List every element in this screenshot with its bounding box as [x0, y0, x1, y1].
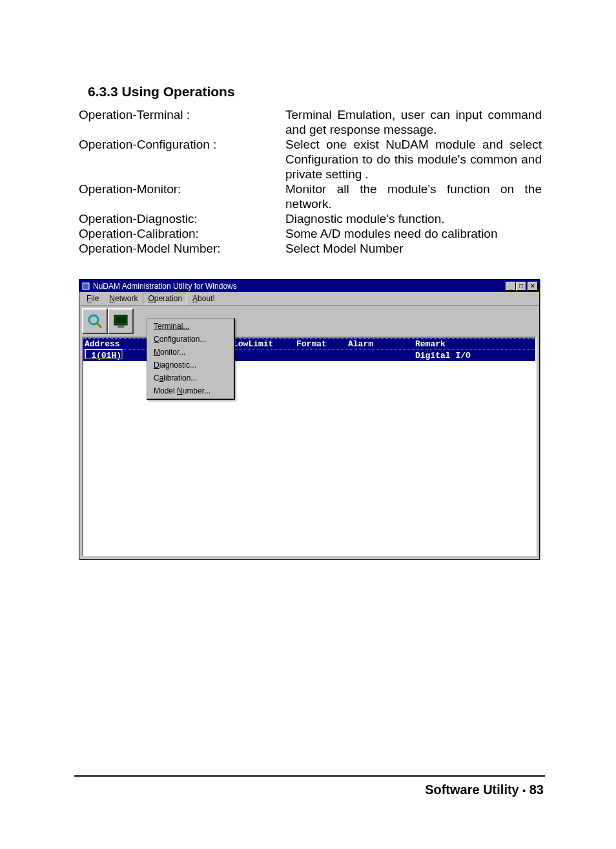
svg-rect-5	[118, 326, 124, 328]
menu-network[interactable]: Network	[104, 293, 143, 304]
operation-desc: Some A/D modules need do calibration	[285, 226, 542, 241]
app-icon	[81, 282, 90, 291]
app-window: NuDAM Administration Utility for Windows…	[79, 279, 540, 560]
footer-rule	[74, 775, 545, 777]
window-buttons: _ □ ×	[506, 282, 538, 291]
operation-row: Operation-Terminal : Terminal Emulation,…	[79, 107, 542, 137]
dropdown-item-terminal[interactable]: Terminal...	[149, 320, 232, 333]
operation-label: Operation-Configuration :	[79, 137, 285, 182]
minimize-button[interactable]: _	[506, 282, 516, 291]
dropdown-item-diagnostic[interactable]: Diagnostic...	[149, 359, 232, 372]
svg-line-2	[97, 323, 101, 328]
footer-page-number: 83	[529, 782, 544, 797]
operation-label: Operation-Model Number:	[79, 241, 285, 256]
operation-row: Operation-Diagnostic: Diagnostic module'…	[79, 211, 542, 226]
operation-desc: Select Model Number	[285, 241, 542, 256]
operation-label: Operation-Diagnostic:	[79, 211, 285, 226]
dropdown-item-model-number[interactable]: Model Number...	[149, 384, 232, 397]
col-alarm: Alarm	[348, 339, 415, 349]
svg-rect-4	[116, 317, 126, 323]
cell-remark: Digital I/O	[415, 351, 512, 361]
operation-desc: Terminal Emulation, user can input comma…	[285, 107, 542, 137]
section-heading: 6.3.3 Using Operations	[88, 84, 542, 100]
cell-address: 1(01H)	[83, 351, 123, 361]
svg-point-1	[89, 315, 98, 324]
operations-list: Operation-Terminal : Terminal Emulation,…	[79, 107, 542, 256]
col-format: Format	[296, 339, 348, 349]
col-lowlimit: LowLimit	[233, 339, 296, 349]
tool-button-terminal[interactable]	[108, 308, 134, 334]
operation-row: Operation-Monitor: Monitor all the modul…	[79, 182, 542, 211]
maximize-button[interactable]: □	[516, 282, 526, 291]
menu-operation[interactable]: Operation	[143, 293, 187, 304]
operation-desc: Monitor all the module's function on the…	[285, 182, 542, 211]
close-button[interactable]: ×	[528, 282, 538, 291]
menu-file[interactable]: File	[81, 293, 104, 304]
dropdown-item-calibration[interactable]: Calibration...	[149, 372, 232, 384]
operation-dropdown: Terminal... Configuration... Monitor... …	[147, 318, 235, 400]
operation-label: Operation-Calibration:	[79, 226, 285, 241]
operation-desc: Diagnostic module's function.	[285, 211, 542, 226]
menubar: File Network Operation About!	[79, 292, 539, 306]
footer-separator-icon: •	[522, 786, 526, 796]
col-address: Address	[83, 339, 123, 349]
col-remark: Remark	[415, 339, 512, 349]
operation-desc: Select one exist NuDAM module and select…	[285, 137, 542, 182]
footer-label: Software Utility	[425, 782, 519, 797]
dropdown-item-monitor[interactable]: Monitor...	[149, 346, 232, 359]
operation-label: Operation-Monitor:	[79, 182, 285, 211]
window-titlebar[interactable]: NuDAM Administration Utility for Windows…	[79, 280, 539, 292]
svg-rect-0	[83, 283, 89, 289]
operation-label: Operation-Terminal :	[79, 107, 285, 137]
operation-row: Operation-Calibration: Some A/D modules …	[79, 226, 542, 241]
tool-button-search[interactable]	[82, 308, 108, 334]
menu-about[interactable]: About!	[187, 293, 220, 304]
window-title: NuDAM Administration Utility for Windows	[93, 282, 506, 291]
operation-row: Operation-Configuration : Select one exi…	[79, 137, 542, 182]
page-footer: Software Utility • 83	[425, 782, 544, 797]
dropdown-item-configuration[interactable]: Configuration...	[149, 333, 232, 346]
operation-row: Operation-Model Number: Select Model Num…	[79, 241, 542, 256]
embedded-screenshot: NuDAM Administration Utility for Windows…	[79, 279, 542, 560]
